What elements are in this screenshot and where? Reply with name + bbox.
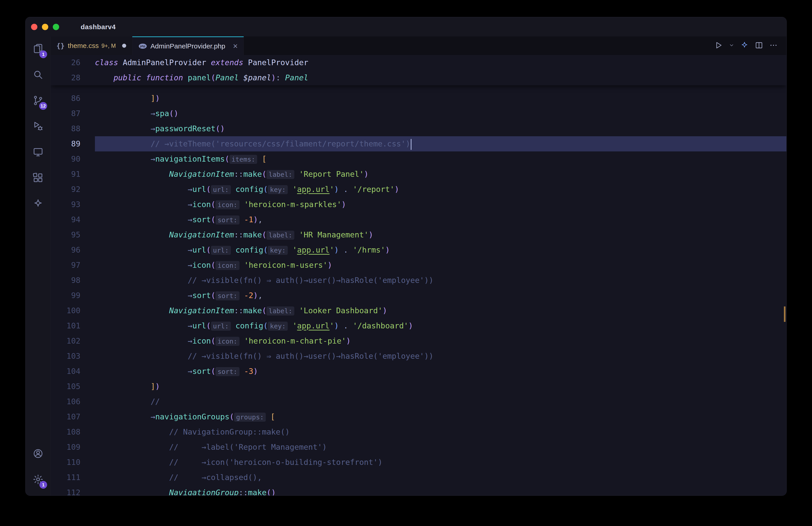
line-content: →navigationItems(items: [ bbox=[95, 151, 266, 167]
code-line-100[interactable]: 100 NavigationItem::make(label: 'Looker … bbox=[50, 303, 786, 318]
source-control-badge: 12 bbox=[39, 102, 47, 110]
line-number[interactable]: 105 bbox=[50, 379, 81, 394]
line-number[interactable]: 99 bbox=[50, 288, 81, 303]
line-number[interactable]: 103 bbox=[50, 348, 81, 364]
line-number[interactable]: 88 bbox=[50, 121, 81, 136]
tab-theme-css[interactable]: {}theme.css9+, M bbox=[50, 36, 132, 55]
code-line-103[interactable]: 103 // →visible(fn() ⇒ auth()→user()→has… bbox=[50, 348, 786, 364]
code-line-92[interactable]: 92 →url(url: config(key: 'app.url') . '/… bbox=[50, 182, 786, 197]
code-line-111[interactable]: 111 // →collapsed(), bbox=[50, 470, 786, 485]
line-number[interactable]: 96 bbox=[50, 242, 81, 258]
code-line-26[interactable]: 26class AdminPanelProvider extends Panel… bbox=[50, 55, 786, 70]
code-line-102[interactable]: 102 →icon(icon: 'heroicon-m-chart-pie') bbox=[50, 333, 786, 348]
sticky-scroll[interactable]: 26class AdminPanelProvider extends Panel… bbox=[50, 55, 786, 85]
line-number[interactable]: 89 bbox=[50, 136, 81, 151]
account-icon bbox=[32, 448, 44, 460]
code-line-109[interactable]: 109 // →label('Report Management') bbox=[50, 439, 786, 455]
code-line-105[interactable]: 105 ]) bbox=[50, 379, 786, 394]
code-line-112[interactable]: 112 NavigationGroup::make() bbox=[50, 485, 786, 496]
code-line-94[interactable]: 94 →sort(sort: -1), bbox=[50, 212, 786, 227]
explorer-badge: 1 bbox=[40, 50, 47, 58]
activity-item-search[interactable] bbox=[26, 62, 50, 88]
split-editor-button[interactable] bbox=[755, 41, 763, 50]
tab-bar: {}theme.css9+, MphpAdminPanelProvider.ph… bbox=[50, 36, 786, 55]
line-number[interactable]: 100 bbox=[50, 303, 81, 318]
line-content: class AdminPanelProvider extends PanelPr… bbox=[95, 55, 308, 70]
line-number[interactable]: 110 bbox=[50, 455, 81, 470]
extensions-icon bbox=[32, 172, 44, 184]
minimize-window-button[interactable] bbox=[42, 24, 48, 30]
sparkle-icon bbox=[740, 41, 749, 50]
line-number[interactable]: 97 bbox=[50, 258, 81, 273]
code-line-88[interactable]: 88 →passwordReset() bbox=[50, 121, 786, 136]
tab-label: theme.css bbox=[68, 42, 99, 49]
line-number[interactable]: 90 bbox=[50, 151, 81, 167]
line-number[interactable]: 87 bbox=[50, 106, 81, 121]
dirty-indicator-dot[interactable] bbox=[122, 44, 126, 48]
line-content: // NavigationGroup::make() bbox=[95, 424, 290, 439]
tab-adminpanelprovider-php[interactable]: phpAdminPanelProvider.php× bbox=[132, 36, 244, 55]
line-number[interactable]: 107 bbox=[50, 409, 81, 424]
code-line-93[interactable]: 93 →icon(icon: 'heroicon-m-sparkles') bbox=[50, 197, 786, 212]
activity-item-copilot[interactable] bbox=[26, 191, 50, 217]
line-content: // →visible(fn() ⇒ auth()→user()→hasRole… bbox=[95, 348, 433, 364]
line-number[interactable]: 101 bbox=[50, 318, 81, 333]
code-editor[interactable]: 86 ])87 →spa()88 →passwordReset()89 // →… bbox=[50, 55, 786, 496]
code-line-89[interactable]: 89 // →viteTheme('resources/css/filament… bbox=[50, 136, 786, 151]
activity-item-accounts[interactable] bbox=[26, 441, 50, 467]
code-line-96[interactable]: 96 →url(url: config(key: 'app.url') . '/… bbox=[50, 242, 786, 258]
tab-decoration: 9+, M bbox=[102, 43, 116, 49]
line-number[interactable]: 104 bbox=[50, 364, 81, 379]
activity-item-run-debug[interactable] bbox=[26, 114, 50, 140]
run-button[interactable] bbox=[714, 41, 723, 50]
line-content: →passwordReset() bbox=[95, 121, 225, 136]
window-controls bbox=[26, 24, 59, 30]
code-line-98[interactable]: 98 // →visible(fn() ⇒ auth()→user()→hasR… bbox=[50, 273, 786, 288]
activity-item-source-control[interactable]: 12 bbox=[26, 88, 50, 114]
line-number[interactable]: 95 bbox=[50, 227, 81, 242]
line-number[interactable]: 106 bbox=[50, 394, 81, 409]
code-line-110[interactable]: 110 // →icon('heroicon-o-building-storef… bbox=[50, 455, 786, 470]
code-line-28[interactable]: 28 public function panel(Panel $panel): … bbox=[50, 70, 786, 85]
line-number[interactable]: 91 bbox=[50, 167, 81, 182]
line-number[interactable]: 108 bbox=[50, 424, 81, 439]
line-number[interactable]: 111 bbox=[50, 470, 81, 485]
line-number[interactable]: 93 bbox=[50, 197, 81, 212]
close-tab-icon[interactable]: × bbox=[233, 42, 238, 50]
zoom-window-button[interactable] bbox=[53, 24, 59, 30]
code-line-95[interactable]: 95 NavigationItem::make(label: 'HR Manag… bbox=[50, 227, 786, 242]
line-number[interactable]: 26 bbox=[50, 55, 81, 70]
titlebar[interactable]: dashbarv4 bbox=[26, 17, 786, 36]
more-icon bbox=[769, 41, 778, 50]
code-line-90[interactable]: 90 →navigationItems(items: [ bbox=[50, 151, 786, 167]
code-line-86[interactable]: 86 ]) bbox=[50, 91, 786, 106]
split-editor-icon bbox=[755, 41, 763, 50]
code-line-106[interactable]: 106 // bbox=[50, 394, 786, 409]
activity-item-explorer[interactable]: 1 bbox=[26, 36, 50, 62]
code-line-101[interactable]: 101 →url(url: config(key: 'app.url') . '… bbox=[50, 318, 786, 333]
run-dropdown-button[interactable] bbox=[729, 43, 734, 49]
activity-item-remote-explorer[interactable] bbox=[26, 140, 50, 165]
code-line-87[interactable]: 87 →spa() bbox=[50, 106, 786, 121]
activity-item-extensions[interactable] bbox=[26, 165, 50, 191]
copilot-edits-button[interactable] bbox=[740, 41, 749, 50]
code-area[interactable]: 86 ])87 →spa()88 →passwordReset()89 // →… bbox=[50, 55, 786, 496]
activity-item-settings[interactable]: 1 bbox=[26, 467, 50, 493]
code-line-91[interactable]: 91 NavigationItem::make(label: 'Report P… bbox=[50, 167, 786, 182]
play-icon bbox=[714, 41, 723, 50]
code-line-104[interactable]: 104 →sort(sort: -3) bbox=[50, 364, 786, 379]
line-number[interactable]: 102 bbox=[50, 333, 81, 348]
code-line-107[interactable]: 107 →navigationGroups(groups: [ bbox=[50, 409, 786, 424]
code-line-99[interactable]: 99 →sort(sort: -2), bbox=[50, 288, 786, 303]
code-line-108[interactable]: 108 // NavigationGroup::make() bbox=[50, 424, 786, 439]
line-number[interactable]: 94 bbox=[50, 212, 81, 227]
line-number[interactable]: 86 bbox=[50, 91, 81, 106]
line-number[interactable]: 109 bbox=[50, 439, 81, 455]
line-number[interactable]: 92 bbox=[50, 182, 81, 197]
close-window-button[interactable] bbox=[31, 24, 38, 30]
code-line-97[interactable]: 97 →icon(icon: 'heroicon-m-users') bbox=[50, 258, 786, 273]
more-actions-button[interactable] bbox=[769, 41, 778, 50]
line-number[interactable]: 28 bbox=[50, 70, 81, 85]
line-number[interactable]: 98 bbox=[50, 273, 81, 288]
line-number[interactable]: 112 bbox=[50, 485, 81, 496]
